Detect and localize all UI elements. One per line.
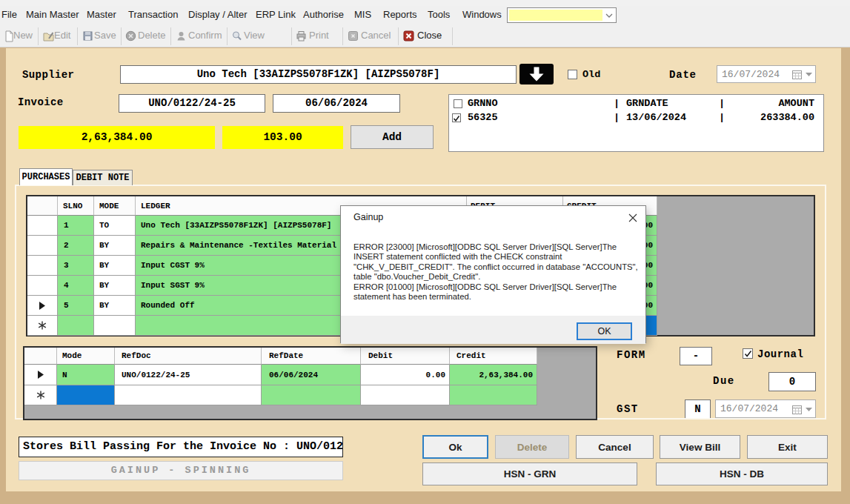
cell-mode: N: [57, 365, 115, 385]
grn-col-no: GRNNO: [468, 98, 498, 109]
delete-icon[interactable]: [124, 30, 137, 42]
calendar-icon: [792, 70, 802, 79]
supplier-label: Supplier: [22, 69, 74, 81]
ref-row[interactable]: N UNO/0122/24-25 06/06/2024 0.00 2,63,38…: [24, 365, 596, 385]
save-floppy-icon[interactable]: [82, 30, 94, 42]
date-picker[interactable]: 16/07/2024: [717, 65, 816, 83]
toolbar-delete[interactable]: Delete: [138, 30, 166, 41]
cell-debit: 0.00: [361, 365, 450, 385]
invoice-label: Invoice: [18, 96, 64, 108]
toolbar-save[interactable]: Save: [94, 30, 116, 41]
menu-transaction[interactable]: Transaction: [128, 9, 178, 20]
menu-mis[interactable]: MIS: [354, 9, 371, 20]
menu-windows[interactable]: Windows: [462, 9, 502, 20]
tab-debit-note[interactable]: DEBIT NOTE: [73, 170, 133, 185]
ledger-grid-col-mode: MODE: [94, 196, 136, 216]
grn-header-checkbox[interactable]: [454, 99, 462, 108]
combobox-value: [509, 10, 602, 21]
old-checkbox-label: Old: [582, 69, 600, 80]
ref-new-row[interactable]: [24, 385, 596, 405]
supplier-field[interactable]: Uno Tech [33AIZPS5078F1ZK] [AIZPS5078F]: [120, 65, 517, 84]
dialog-ok-button[interactable]: OK: [577, 322, 632, 340]
cell-mode: TO: [94, 216, 136, 236]
brand-bar: GAINUP - SPINNING: [19, 461, 343, 480]
toolbar-separator: [291, 27, 292, 45]
grn-row-no: 56325: [468, 112, 498, 123]
menu-authorise[interactable]: Authorise: [303, 9, 344, 20]
ref-grid-col-credit: Credit: [450, 348, 537, 365]
cell-mode: BY: [94, 296, 136, 316]
cell-slno: 2: [58, 236, 94, 256]
total-amount-field[interactable]: 2,63,384.00: [19, 126, 215, 149]
exit-button[interactable]: Exit: [747, 435, 828, 459]
hsn-grn-button[interactable]: HSN - GRN: [422, 462, 637, 485]
toolbar-new[interactable]: New: [13, 30, 33, 41]
menu-display-alter[interactable]: Display / Alter: [188, 9, 247, 20]
cell-slno: 1: [58, 216, 94, 236]
toolbar-edit[interactable]: Edit: [54, 30, 70, 41]
grn-col-date: GRNDATE: [626, 98, 668, 109]
invoice-date-field[interactable]: 06/06/2024: [273, 94, 400, 113]
cell-mode: BY: [94, 256, 136, 276]
ref-grid[interactable]: Mode RefDoc RefDate Debit Credit N UNO/0…: [23, 346, 597, 420]
application-window: { "colors": { "form_background": "#f2dfb…: [0, 0, 850, 504]
dialog-title: Gainup: [353, 212, 383, 222]
ledger-grid-col-slno: SLNO: [58, 196, 94, 216]
window-selector-combobox[interactable]: [507, 7, 617, 23]
old-checkbox[interactable]: [568, 70, 577, 79]
menu-main-master[interactable]: Main Master: [26, 9, 79, 20]
menu-master[interactable]: Master: [87, 9, 116, 20]
dialog-close-icon[interactable]: [628, 213, 637, 222]
toolbar-separator: [170, 27, 171, 45]
ok-button[interactable]: Ok: [422, 435, 488, 459]
menu-file[interactable]: File: [1, 9, 17, 20]
view-magnifier-icon[interactable]: [230, 30, 243, 42]
other-amount-field[interactable]: 103.00: [222, 126, 343, 149]
toolbar-separator: [398, 27, 399, 45]
hsn-db-button[interactable]: HSN - DB: [656, 462, 828, 485]
toolbar-cancel[interactable]: Cancel: [361, 30, 391, 41]
grn-row-amount: 263384.00: [731, 112, 814, 123]
cancel-button[interactable]: Cancel: [576, 435, 654, 459]
cancel-icon[interactable]: [347, 30, 359, 42]
grn-row-date: 13/06/2024: [626, 112, 686, 123]
add-button[interactable]: Add: [351, 125, 434, 149]
supplier-dropdown-button[interactable]: [519, 64, 554, 84]
toolbar-close[interactable]: Close: [417, 30, 442, 41]
chevron-down-icon: [806, 73, 812, 77]
check-icon: [453, 115, 460, 122]
view-bill-button[interactable]: View Bill: [660, 435, 740, 459]
ref-grid-col-mode: Mode: [57, 348, 115, 365]
toolbar-print[interactable]: Print: [309, 30, 329, 41]
down-arrow-icon: [527, 67, 546, 82]
toolbar-confirm[interactable]: Confirm: [188, 30, 222, 41]
toolbar-view[interactable]: View: [244, 30, 265, 41]
tab-purchases[interactable]: PURCHASES: [19, 168, 73, 185]
menu-bar: File Main Master Master Transaction Disp…: [0, 6, 850, 24]
selected-cell[interactable]: [57, 385, 115, 405]
current-row-arrow-icon: [39, 302, 45, 310]
toolbar-separator: [38, 27, 39, 45]
grn-row-checkbox[interactable]: [452, 113, 461, 122]
menu-tools[interactable]: Tools: [428, 9, 450, 20]
edit-folder-icon[interactable]: [42, 30, 55, 42]
grn-list-panel[interactable]: GRNNO | GRNDATE | AMOUNT 56325 | 13/06/2…: [448, 94, 824, 152]
grn-separator: |: [719, 112, 725, 123]
date-label: Date: [669, 69, 697, 81]
cell-slno: 3: [58, 256, 94, 276]
invoice-number-field[interactable]: UNO/0122/24-25: [119, 94, 265, 113]
grn-separator: |: [614, 98, 620, 109]
new-row-asterisk-icon: [38, 321, 47, 330]
cell-slno: 5: [58, 296, 94, 316]
cell-slno: 4: [58, 276, 94, 296]
delete-button[interactable]: Delete: [495, 435, 569, 459]
toolbar-separator: [121, 27, 122, 45]
cell-mode: BY: [94, 276, 136, 296]
menu-erp-link[interactable]: ERP Link: [256, 9, 296, 20]
close-icon[interactable]: [402, 30, 415, 42]
confirm-person-icon[interactable]: [175, 30, 187, 42]
menu-reports[interactable]: Reports: [383, 9, 417, 20]
print-icon[interactable]: [295, 30, 308, 42]
grn-col-amount: AMOUNT: [731, 98, 814, 109]
toolbar-separator: [342, 27, 343, 45]
